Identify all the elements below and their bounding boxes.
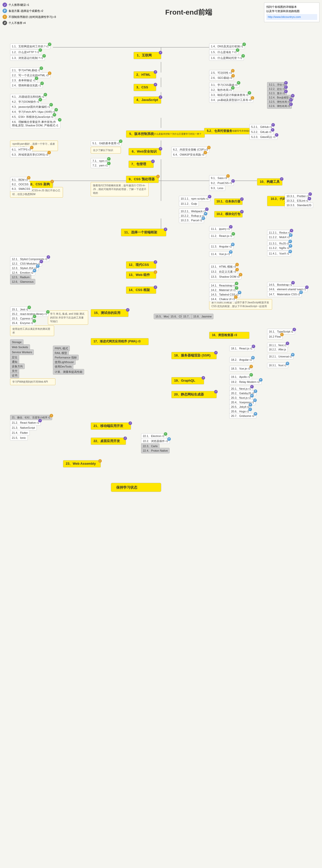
node-5-2-1: 5.2.1、GitHub r1 ✓ xyxy=(250,124,274,130)
node-9-3: 9.3、Less xyxy=(209,185,225,191)
node-pwa: 17、渐进式网页应用程序 (PWA) r3 xyxy=(91,338,149,345)
legend-icon-r1: ✓ xyxy=(2,2,7,7)
node-2-2: 2.2、写一个语义化的HTML r3 ! xyxy=(10,72,50,78)
roadmap-map: 1、互联网 ✓ 1.1、互联网是如何工作的？r1 ✓ 1.2、什么是HTTP？r… xyxy=(2,20,320,868)
node-web-comp: 13、Web 组件 ! xyxy=(126,271,156,279)
node-18-1: 18.1、React.js r1 ✓ xyxy=(229,346,254,351)
legend-item-r3: ! 不强制排序路径 (在时间选择性学习) r3 xyxy=(2,14,58,19)
node-pkg: 7、包管理 ✓ xyxy=(128,161,154,168)
node-ssr: 18、服务器端渲染 (SSR) ✓ xyxy=(171,352,217,359)
node-desktop: 22、桌面应用开发 ✓ xyxy=(91,437,126,445)
node-11-3-2: 11.3.2、NgRx r2 P xyxy=(267,245,291,251)
node-10-2-3: 10.2.3、Parcel r2 P xyxy=(179,217,204,223)
node-16-2: 16.2 Flow ! xyxy=(267,334,283,339)
node-22-4: 22.4、Proton Native xyxy=(141,448,170,454)
node-14-7: 14.7、Materialize CSS r2 P xyxy=(267,291,302,297)
node-19-1: 19.1、Apollo r1 ✓ xyxy=(229,374,252,380)
node-bundler: 10.2、模块化打包 ✓ xyxy=(214,211,243,217)
node-19-2: 19.2、Relay Modern r2 P xyxy=(229,379,262,385)
node-15-4: 15.4、Enzyme r1 ✓ xyxy=(10,320,35,326)
node-18-2: 18.2、Angular r2 P xyxy=(229,357,254,363)
node-11-2: 11.2、React.js r1 ✓ xyxy=(209,233,234,239)
node-5-2-2: 5.2.2、GitLab r1 ✓ xyxy=(250,129,273,135)
node-1-1: 1.1、互联网是如何工作的？r1 ✓ xyxy=(10,43,50,49)
node-11-3: 11.3、Angular r2 P xyxy=(209,244,234,249)
node-4-2: 4.2、学习DOM操作 r1 ✓ xyxy=(10,99,41,104)
node-11-4-1: 11.4.1、VueX r1 P xyxy=(267,251,291,256)
node-1-5: 1.5、什么是域名？r1 ✓ xyxy=(209,49,238,55)
node-static: 20、静态网站生成器 ✓ xyxy=(171,391,217,398)
node-3-1: 3.1、学习CSS基础 r1 ✓ xyxy=(209,82,239,88)
node-2-5: 2.5、可访问性 r3 ! xyxy=(209,70,234,75)
legend-item-r1: ✓ 个人推荐/建议 r1 xyxy=(2,2,58,7)
node-vcs: 5、版本控制系统 什么是版本控制？为什么它需要学习对比一种？ xyxy=(126,130,205,138)
node-perf-calc: 计算、测量和提高性能 xyxy=(53,369,84,375)
node-18-3-1: 18.3.1、Nuxt r2 P xyxy=(267,363,288,368)
node-13-2: 13.2、自定义元素 r3 ! xyxy=(209,269,238,274)
node-20-7: 20.7、Gridsome r2 P xyxy=(229,413,256,418)
node-6-3: 6.3、跨域资源共享(CORS) r3 ! xyxy=(10,152,50,157)
node-type-checker: 16、类型检查器 r3 xyxy=(209,332,250,339)
node-11-4: 11.4、Vue.js r1 P xyxy=(209,251,232,257)
node-4-5: 4.5、ES6+ 和模块化JavaScript r1 ✓ xyxy=(10,114,55,120)
node-mobile: 21、移动端应用开发 ✓ xyxy=(91,423,131,430)
node-13-3: 13.3、Shadow DOM r3 ! xyxy=(209,274,241,279)
node-10-1-2: 10.1.2、Gulp xyxy=(179,201,199,207)
node-websockets: Web Sockets xyxy=(10,344,30,350)
node-css: 3、CSS ✓ xyxy=(134,84,156,91)
node-3-4: 3.4、ps基础及原型设计工具等 r3 ! xyxy=(209,97,253,103)
node-1-6: 1.6、什么是网站托管？r1 ✓ xyxy=(209,55,244,61)
node-modern-css: 12、现代CSS ✓ xyxy=(126,261,156,269)
node-15-8: 15.8、Jasmine xyxy=(192,314,213,319)
node-8-3: 8.3、SMACSS xyxy=(10,186,32,192)
node-testing: 15、测试你的应用 ✓ xyxy=(91,309,128,317)
legend-item-r2: P 备选方案-选择这个或紫色 r2 xyxy=(2,8,58,13)
node-1-4: 1.4、DNS及其运行机制 r1 ✓ xyxy=(209,43,245,49)
node-21-2: 21.2、React Native r1 ✓ xyxy=(10,420,41,426)
node-10-1-1: 10.1.1、npm scripts r1 ✓ xyxy=(179,196,210,202)
node-22-2: 22.2、浏览器插件 r2 P xyxy=(141,438,170,444)
legend-icon-r2: P xyxy=(2,8,7,13)
node-build: 10、构建工具 ✓ xyxy=(257,178,283,186)
node-wasm: 23、Web Assembly ! xyxy=(63,460,101,467)
info-line1: 找到个各线图的详细版本 xyxy=(266,5,317,9)
node-21-5: 21.5、Ionic xyxy=(10,435,28,440)
legend-icon-r3: ! xyxy=(2,14,7,19)
node-2-6: 2.6、SEO基础 r3 ! xyxy=(209,75,234,81)
node-devtools: 使用DevTools xyxy=(53,364,73,369)
node-21-4: 21.4、Flutter xyxy=(10,430,30,435)
node-3-2-6: 3.2.6、弹性布局 r1 ✓ xyxy=(267,103,292,109)
note-testing2: 使用这些工具以满足所有的测试需求 xyxy=(10,326,54,336)
node-internet: 1、互联网 ✓ xyxy=(134,52,161,59)
node-2-1: 2.1、学习HTML基础 r1 ✓ xyxy=(10,67,42,73)
legend-label-r1: 个人推荐/建议 r1 xyxy=(8,3,29,7)
node-18-3: 18.3、Vue.je r3 ! xyxy=(229,366,252,371)
legend-label-r2: 备选方案-选择这个或紫色 r2 xyxy=(8,9,43,13)
node-html: 2、HTML ✓ xyxy=(134,71,156,79)
node-security: 6、Web安全知识 ✓ xyxy=(128,148,161,155)
node-service-workers: Service Workers xyxy=(10,349,34,355)
node-2-4: 2.4、惯例和最佳实践 r1 ✓ xyxy=(10,83,43,88)
node-4-6: 4.6、理解概念变量提升,事件冒泡,作用域,原型, Shadow DOM, 严格… xyxy=(10,119,60,128)
node-1-3: 1.3、浏览器运行机制？r1 ✓ xyxy=(10,55,45,61)
node-18-2-1: 18.2.1、Universal r2 P xyxy=(267,354,294,359)
node-js: 4、JavaScript ✓ xyxy=(134,96,161,104)
node-14-4: 14.4、Chakra UI r3 ! xyxy=(209,296,237,302)
node-storage: Storage xyxy=(10,339,23,345)
node-10-3-3: 10.3.3、StandardJS xyxy=(285,203,313,208)
node-9-2: 9.2、PostCSS r1 ✓ xyxy=(209,180,234,186)
note-css-preproc: 随着现代CSS能够的发展，益年越流行 CSS-in-JS，因此可能用不到的处理器… xyxy=(91,182,149,196)
node-22-1: 22.1、Electron r1 ✓ xyxy=(141,433,166,439)
node-6-1: 6.1、HTTPS r3 ! xyxy=(10,147,32,152)
node-2-3: 2.3、表单和验证 r1 ✓ xyxy=(10,78,37,83)
legend-label-r3: 不强制排序路径 (在时间选择性学习) r3 xyxy=(8,15,56,19)
node-21-3: 21.3、NativeScript xyxy=(10,425,37,431)
node-5-2-3: 5.2.3、Gitee码云 r1 ✓ xyxy=(250,134,277,140)
node-graphql: 19、GraphQL ✓ xyxy=(171,377,204,384)
node-task-runner: 10.1、任务执行器 ✓ xyxy=(214,198,243,205)
info-box: 找到个各线图的详细版本 以及学习资源和其他路线图 http://www.bitc… xyxy=(264,2,320,22)
node-3-3: 3.3、响应式设计和媒体查询 r1 ✓ xyxy=(209,92,250,98)
node-4-3: 4.3、javascript面向对象编程 r1 ✓ xyxy=(10,104,52,110)
node-6-4: 6.4、OWASP安全风险 r3 ! xyxy=(171,152,206,157)
info-url[interactable]: http://www.bitcountrys.com xyxy=(266,14,317,20)
